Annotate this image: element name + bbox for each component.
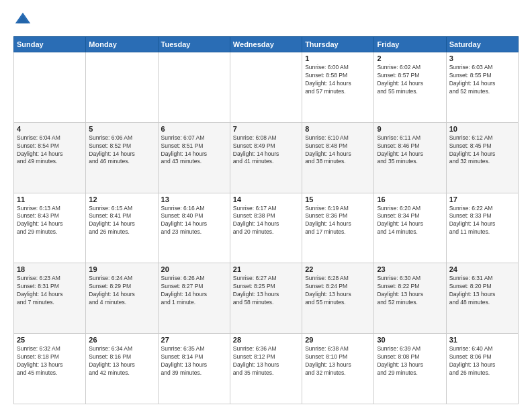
day-number: 25: [17, 336, 83, 344]
day-info: Sunrise: 6:20 AM Sunset: 8:34 PM Dayligh…: [377, 205, 443, 237]
day-info: Sunrise: 6:36 AM Sunset: 8:12 PM Dayligh…: [233, 345, 299, 377]
week-row-5: 25Sunrise: 6:32 AM Sunset: 8:18 PM Dayli…: [14, 334, 519, 404]
calendar-cell: [14, 52, 86, 123]
calendar-cell: [86, 52, 158, 123]
logo: [13, 11, 35, 30]
calendar-cell: 13Sunrise: 6:16 AM Sunset: 8:40 PM Dayli…: [158, 193, 230, 263]
day-info: Sunrise: 6:10 AM Sunset: 8:48 PM Dayligh…: [305, 134, 371, 167]
week-row-2: 4Sunrise: 6:04 AM Sunset: 8:54 PM Daylig…: [14, 122, 519, 193]
day-info: Sunrise: 6:15 AM Sunset: 8:41 PM Dayligh…: [89, 205, 154, 237]
day-number: 17: [449, 195, 515, 203]
day-header-thursday: Thursday: [302, 37, 374, 52]
calendar-cell: 16Sunrise: 6:20 AM Sunset: 8:34 PM Dayli…: [374, 193, 446, 263]
day-info: Sunrise: 6:11 AM Sunset: 8:46 PM Dayligh…: [377, 134, 443, 167]
day-info: Sunrise: 6:17 AM Sunset: 8:38 PM Dayligh…: [233, 205, 299, 237]
calendar-cell: 11Sunrise: 6:13 AM Sunset: 8:43 PM Dayli…: [14, 193, 86, 263]
calendar-cell: 2Sunrise: 6:02 AM Sunset: 8:57 PM Daylig…: [374, 52, 446, 123]
day-info: Sunrise: 6:06 AM Sunset: 8:52 PM Dayligh…: [89, 134, 154, 167]
day-number: 10: [449, 125, 515, 133]
day-header-sunday: Sunday: [14, 37, 86, 52]
day-number: 3: [449, 54, 515, 62]
calendar-header: SundayMondayTuesdayWednesdayThursdayFrid…: [14, 37, 519, 52]
calendar-cell: 12Sunrise: 6:15 AM Sunset: 8:41 PM Dayli…: [86, 193, 158, 263]
day-info: Sunrise: 6:04 AM Sunset: 8:54 PM Dayligh…: [17, 134, 83, 167]
day-info: Sunrise: 6:34 AM Sunset: 8:16 PM Dayligh…: [89, 345, 154, 377]
day-info: Sunrise: 6:03 AM Sunset: 8:55 PM Dayligh…: [449, 64, 515, 96]
calendar-cell: 8Sunrise: 6:10 AM Sunset: 8:48 PM Daylig…: [302, 122, 374, 193]
day-info: Sunrise: 6:16 AM Sunset: 8:40 PM Dayligh…: [161, 205, 227, 237]
calendar-cell: 24Sunrise: 6:31 AM Sunset: 8:20 PM Dayli…: [446, 263, 518, 334]
week-row-4: 18Sunrise: 6:23 AM Sunset: 8:31 PM Dayli…: [14, 263, 519, 334]
day-info: Sunrise: 6:07 AM Sunset: 8:51 PM Dayligh…: [161, 134, 227, 167]
logo-icon: [13, 11, 32, 30]
calendar-cell: 22Sunrise: 6:28 AM Sunset: 8:24 PM Dayli…: [302, 263, 374, 334]
day-number: 21: [233, 265, 299, 273]
day-number: 27: [161, 336, 227, 344]
day-info: Sunrise: 6:32 AM Sunset: 8:18 PM Dayligh…: [17, 345, 83, 377]
calendar-cell: 26Sunrise: 6:34 AM Sunset: 8:16 PM Dayli…: [86, 334, 158, 404]
calendar-cell: 10Sunrise: 6:12 AM Sunset: 8:45 PM Dayli…: [446, 122, 518, 193]
day-info: Sunrise: 6:22 AM Sunset: 8:33 PM Dayligh…: [449, 205, 515, 237]
calendar-cell: 28Sunrise: 6:36 AM Sunset: 8:12 PM Dayli…: [230, 334, 302, 404]
day-number: 31: [449, 336, 515, 344]
calendar-cell: 20Sunrise: 6:26 AM Sunset: 8:27 PM Dayli…: [158, 263, 230, 334]
day-info: Sunrise: 6:35 AM Sunset: 8:14 PM Dayligh…: [161, 345, 227, 377]
day-info: Sunrise: 6:02 AM Sunset: 8:57 PM Dayligh…: [377, 64, 443, 96]
day-number: 9: [377, 125, 443, 133]
day-header-friday: Friday: [374, 37, 446, 52]
day-header-wednesday: Wednesday: [230, 37, 302, 52]
day-header-saturday: Saturday: [446, 37, 518, 52]
day-info: Sunrise: 6:27 AM Sunset: 8:25 PM Dayligh…: [233, 275, 299, 307]
day-number: 8: [305, 125, 371, 133]
day-number: 7: [233, 125, 299, 133]
day-info: Sunrise: 6:38 AM Sunset: 8:10 PM Dayligh…: [305, 345, 371, 377]
day-number: 1: [305, 54, 371, 62]
day-number: 13: [161, 195, 227, 203]
calendar-cell: 9Sunrise: 6:11 AM Sunset: 8:46 PM Daylig…: [374, 122, 446, 193]
calendar-cell: 19Sunrise: 6:24 AM Sunset: 8:29 PM Dayli…: [86, 263, 158, 334]
day-number: 18: [17, 265, 83, 273]
calendar-cell: 14Sunrise: 6:17 AM Sunset: 8:38 PM Dayli…: [230, 193, 302, 263]
day-number: 30: [377, 336, 443, 344]
calendar-cell: 4Sunrise: 6:04 AM Sunset: 8:54 PM Daylig…: [14, 122, 86, 193]
day-info: Sunrise: 6:12 AM Sunset: 8:45 PM Dayligh…: [449, 134, 515, 167]
calendar-cell: 29Sunrise: 6:38 AM Sunset: 8:10 PM Dayli…: [302, 334, 374, 404]
day-info: Sunrise: 6:40 AM Sunset: 8:06 PM Dayligh…: [449, 345, 515, 377]
day-info: Sunrise: 6:13 AM Sunset: 8:43 PM Dayligh…: [17, 205, 83, 237]
day-header-tuesday: Tuesday: [158, 37, 230, 52]
day-header-row: SundayMondayTuesdayWednesdayThursdayFrid…: [14, 37, 519, 52]
day-number: 15: [305, 195, 371, 203]
day-number: 23: [377, 265, 443, 273]
calendar-cell: 31Sunrise: 6:40 AM Sunset: 8:06 PM Dayli…: [446, 334, 518, 404]
day-info: Sunrise: 6:39 AM Sunset: 8:08 PM Dayligh…: [377, 345, 443, 377]
day-number: 14: [233, 195, 299, 203]
calendar-cell: 1Sunrise: 6:00 AM Sunset: 8:58 PM Daylig…: [302, 52, 374, 123]
calendar-cell: 6Sunrise: 6:07 AM Sunset: 8:51 PM Daylig…: [158, 122, 230, 193]
day-header-monday: Monday: [86, 37, 158, 52]
header: [13, 11, 519, 30]
day-info: Sunrise: 6:26 AM Sunset: 8:27 PM Dayligh…: [161, 275, 227, 307]
calendar-cell: [230, 52, 302, 123]
day-info: Sunrise: 6:24 AM Sunset: 8:29 PM Dayligh…: [89, 275, 154, 307]
day-number: 2: [377, 54, 443, 62]
calendar-body: 1Sunrise: 6:00 AM Sunset: 8:58 PM Daylig…: [14, 52, 519, 404]
calendar-cell: 7Sunrise: 6:08 AM Sunset: 8:49 PM Daylig…: [230, 122, 302, 193]
day-number: 4: [17, 125, 83, 133]
day-info: Sunrise: 6:31 AM Sunset: 8:20 PM Dayligh…: [449, 275, 515, 307]
calendar-cell: 5Sunrise: 6:06 AM Sunset: 8:52 PM Daylig…: [86, 122, 158, 193]
day-number: 11: [17, 195, 83, 203]
calendar-cell: 23Sunrise: 6:30 AM Sunset: 8:22 PM Dayli…: [374, 263, 446, 334]
day-number: 19: [89, 265, 154, 273]
day-info: Sunrise: 6:00 AM Sunset: 8:58 PM Dayligh…: [305, 64, 371, 96]
day-number: 6: [161, 125, 227, 133]
day-info: Sunrise: 6:08 AM Sunset: 8:49 PM Dayligh…: [233, 134, 299, 167]
day-number: 26: [89, 336, 154, 344]
calendar-cell: 18Sunrise: 6:23 AM Sunset: 8:31 PM Dayli…: [14, 263, 86, 334]
day-info: Sunrise: 6:30 AM Sunset: 8:22 PM Dayligh…: [377, 275, 443, 307]
day-info: Sunrise: 6:23 AM Sunset: 8:31 PM Dayligh…: [17, 275, 83, 307]
calendar-cell: 27Sunrise: 6:35 AM Sunset: 8:14 PM Dayli…: [158, 334, 230, 404]
week-row-3: 11Sunrise: 6:13 AM Sunset: 8:43 PM Dayli…: [14, 193, 519, 263]
calendar-cell: 15Sunrise: 6:19 AM Sunset: 8:36 PM Dayli…: [302, 193, 374, 263]
calendar-cell: 21Sunrise: 6:27 AM Sunset: 8:25 PM Dayli…: [230, 263, 302, 334]
day-number: 5: [89, 125, 154, 133]
